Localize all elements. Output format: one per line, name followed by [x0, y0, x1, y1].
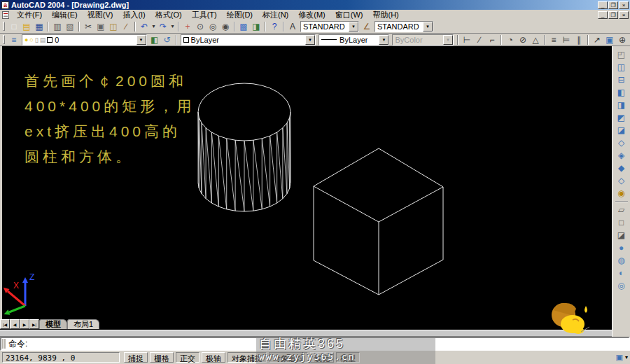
- tab-nav-button[interactable]: ◀: [10, 319, 20, 329]
- menu-window[interactable]: 窗口(W): [330, 10, 368, 20]
- menu-insert[interactable]: 插入(I): [118, 10, 150, 20]
- doc-minimize-button[interactable]: _: [598, 11, 608, 19]
- make-object-layer-current-icon[interactable]: ◧: [148, 34, 161, 46]
- menu-file[interactable]: 文件(F): [12, 10, 47, 20]
- top-view-icon[interactable]: ◫: [615, 61, 629, 74]
- tab-layout1[interactable]: 布局1: [67, 319, 99, 329]
- front-view-icon[interactable]: ◩: [615, 111, 629, 124]
- help-icon[interactable]: ?: [268, 21, 281, 32]
- back-view-icon[interactable]: ◪: [615, 124, 629, 136]
- designcenter-icon[interactable]: ◨: [250, 21, 262, 32]
- toolbar-grip[interactable]: [3, 35, 5, 44]
- menu-tools[interactable]: 工具(T): [187, 10, 222, 20]
- dropdown-arrow-icon[interactable]: ▼: [305, 35, 315, 45]
- menu-view[interactable]: 视图(V): [83, 10, 118, 20]
- quick-dimension-icon[interactable]: ≡: [547, 34, 560, 46]
- new-icon[interactable]: □: [8, 21, 20, 32]
- hidden-icon[interactable]: ◪: [615, 229, 629, 241]
- layer-select[interactable]: ●○▯▤ 0 ▼: [22, 34, 147, 46]
- tab-nav-button[interactable]: |◀: [0, 319, 10, 329]
- bottom-view-icon[interactable]: ⊟: [615, 74, 629, 86]
- tab-model[interactable]: 模型: [39, 319, 67, 329]
- nw-isometric-view-icon[interactable]: ◇: [615, 174, 629, 187]
- undo-dropdown-icon[interactable]: ▾: [150, 21, 157, 32]
- aligned-dimension-icon[interactable]: ∕: [473, 34, 486, 46]
- ne-isometric-view-icon[interactable]: ◆: [615, 162, 629, 174]
- ortho-toggle[interactable]: 正交: [176, 352, 200, 363]
- continue-dimension-icon[interactable]: ∥: [573, 34, 585, 46]
- copy-icon[interactable]: ▣: [94, 21, 107, 32]
- linear-dimension-icon[interactable]: ⊢: [461, 34, 473, 46]
- doc-restore-button[interactable]: ❐: [608, 11, 618, 19]
- menu-modify[interactable]: 修改(M): [293, 10, 330, 20]
- ordinate-dimension-icon[interactable]: ⌐: [486, 34, 498, 46]
- save-icon[interactable]: ▦: [33, 21, 46, 32]
- communication-center-icon[interactable]: ▣: [616, 353, 623, 362]
- radius-dimension-icon[interactable]: ◔: [504, 34, 517, 46]
- angular-dimension-icon[interactable]: △: [529, 34, 542, 46]
- paste-icon[interactable]: ◫: [107, 21, 120, 32]
- dropdown-arrow-icon[interactable]: ▼: [379, 35, 388, 45]
- quick-leader-icon[interactable]: ↗: [591, 34, 603, 46]
- grid-toggle[interactable]: 栅格: [150, 352, 174, 363]
- redo-dropdown-icon[interactable]: ▾: [169, 21, 176, 32]
- doc-close-button[interactable]: ×: [619, 11, 629, 19]
- menu-dimension[interactable]: 标注(N): [258, 10, 293, 20]
- dropdown-arrow-icon[interactable]: ▼: [349, 22, 358, 31]
- toolbar-grip[interactable]: [3, 22, 5, 31]
- text-style-select[interactable]: STANDARD ▼: [300, 21, 359, 32]
- named-views-icon[interactable]: ◰: [615, 48, 629, 61]
- tab-nav-button[interactable]: ▶: [20, 319, 29, 329]
- plot-preview-icon[interactable]: ▧: [64, 21, 76, 32]
- right-view-icon[interactable]: ◨: [615, 99, 629, 111]
- baseline-dimension-icon[interactable]: ⊨: [560, 34, 573, 46]
- dropdown-arrow-icon[interactable]: ▼: [136, 35, 146, 45]
- minimize-button[interactable]: _: [598, 1, 608, 9]
- drawing-canvas[interactable]: ZX 首先画个￠200圆和400*400的矩形，用ext挤压出400高的圆柱和方…: [0, 46, 612, 319]
- pan-realtime-icon[interactable]: +: [181, 21, 194, 32]
- properties-icon[interactable]: ▩: [237, 21, 250, 32]
- zoom-realtime-icon[interactable]: ⊙: [194, 21, 206, 32]
- match-properties-icon[interactable]: ∕: [120, 21, 132, 32]
- zoom-window-icon[interactable]: ◎: [206, 21, 219, 32]
- undo-icon[interactable]: ↶: [138, 21, 150, 32]
- close-button[interactable]: ×: [619, 1, 629, 9]
- 3d-wireframe-icon[interactable]: □: [615, 216, 629, 229]
- snap-toggle[interactable]: 捕捉: [124, 352, 148, 363]
- polar-toggle[interactable]: 极轴: [202, 352, 225, 363]
- layer-manager-icon[interactable]: ≡: [8, 34, 20, 46]
- lineweight-select[interactable]: ByColor ▼: [392, 34, 454, 46]
- flat-shaded-icon[interactable]: ●: [615, 241, 629, 254]
- gouraud-shaded-edges-icon[interactable]: ◎: [615, 279, 629, 292]
- dropdown-arrow-icon[interactable]: ▼: [443, 35, 453, 45]
- diameter-dimension-icon[interactable]: ⊘: [517, 34, 529, 46]
- gouraud-shaded-icon[interactable]: ◍: [615, 254, 629, 267]
- dim-style-icon[interactable]: ∠: [360, 21, 373, 32]
- tab-nav-button[interactable]: ▶|: [29, 319, 39, 329]
- menu-edit[interactable]: 编辑(E): [47, 10, 83, 20]
- 2d-wireframe-icon[interactable]: ▱: [615, 204, 629, 216]
- menu-draw[interactable]: 绘图(D): [222, 10, 258, 20]
- zoom-previous-icon[interactable]: ◉: [219, 21, 232, 32]
- plot-icon[interactable]: ▥: [51, 21, 64, 32]
- text-style-icon[interactable]: A: [286, 21, 299, 32]
- horizontal-scrollbar[interactable]: [0, 330, 612, 337]
- status-menu-arrow-icon[interactable]: ▾: [625, 354, 628, 360]
- redo-icon[interactable]: ↷: [157, 21, 169, 32]
- tolerance-icon[interactable]: ▣: [603, 34, 616, 46]
- cut-icon[interactable]: ✂: [82, 21, 94, 32]
- sw-isometric-view-icon[interactable]: ◇: [615, 136, 629, 149]
- command-grip[interactable]: [2, 339, 6, 349]
- center-mark-icon[interactable]: ⊕: [616, 34, 629, 46]
- menu-help[interactable]: 帮助(H): [368, 10, 404, 20]
- camera-icon[interactable]: ◉: [615, 187, 629, 200]
- layer-previous-icon[interactable]: ↺: [161, 34, 174, 46]
- restore-button[interactable]: ❐: [608, 1, 618, 9]
- flat-shaded-edges-icon[interactable]: ◐: [615, 267, 629, 279]
- dropdown-arrow-icon[interactable]: ▼: [423, 22, 433, 31]
- linetype-select[interactable]: ByLayer ▼: [318, 34, 389, 46]
- se-isometric-view-icon[interactable]: ◈: [615, 149, 629, 162]
- open-icon[interactable]: ▤: [20, 21, 33, 32]
- menu-format[interactable]: 格式(O): [150, 10, 187, 20]
- color-select[interactable]: ByLayer ▼: [181, 34, 316, 46]
